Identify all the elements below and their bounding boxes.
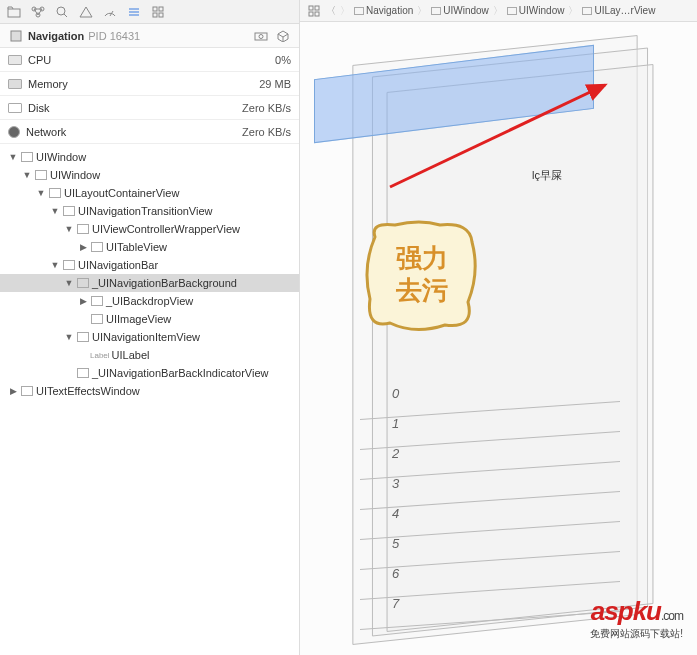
label-badge: Label (88, 351, 112, 360)
tree-item-label: _UINavigationBarBackground (92, 277, 237, 289)
app-icon (8, 28, 24, 44)
process-header: Navigation PID 16431 (0, 24, 299, 48)
tree-item[interactable]: UIImageView (0, 310, 299, 328)
camera-icon[interactable] (253, 28, 269, 44)
svg-rect-6 (159, 7, 163, 11)
tree-item[interactable]: ▼UILayoutContainerView (0, 184, 299, 202)
cpu-label: CPU (28, 54, 51, 66)
tree-item[interactable]: _UINavigationBarBackIndicatorView (0, 364, 299, 382)
tree-item[interactable]: ▶UITextEffectsWindow (0, 382, 299, 400)
cube-icon[interactable] (275, 28, 291, 44)
table-row-index: 7 (392, 596, 399, 611)
table-row-index: 1 (392, 416, 399, 431)
view-icon (49, 188, 61, 198)
network-label: Network (26, 126, 66, 138)
svg-rect-14 (309, 12, 313, 16)
cpu-value: 0% (275, 54, 291, 66)
svg-rect-7 (153, 13, 157, 17)
left-toolbar (0, 0, 299, 24)
tree-item[interactable]: ▼UIWindow (0, 148, 299, 166)
disclosure-triangle-icon[interactable]: ▼ (64, 224, 74, 234)
view-hierarchy-tree[interactable]: ▼UIWindow▼UIWindow▼UILayoutContainerView… (0, 144, 299, 655)
svg-rect-8 (159, 13, 163, 17)
disclosure-triangle-icon[interactable]: ▼ (50, 206, 60, 216)
disk-value: Zero KB/s (242, 102, 291, 114)
disk-row[interactable]: Disk Zero KB/s (0, 96, 299, 120)
disclosure-triangle-icon[interactable]: ▼ (50, 260, 60, 270)
disclosure-triangle-icon[interactable]: ▼ (8, 152, 18, 162)
disclosure-triangle-icon[interactable]: ▶ (8, 386, 18, 396)
cpu-icon (8, 55, 22, 65)
tree-item-label: _UINavigationBarBackIndicatorView (92, 367, 269, 379)
disclosure-triangle-icon[interactable]: ▼ (64, 332, 74, 342)
tree-item[interactable]: ▼UIWindow (0, 166, 299, 184)
tree-item-label: UILabel (112, 349, 150, 361)
right-panel: 〈 〉 Navigation〉 UIWindow〉 UIWindow〉 UILa… (300, 0, 697, 655)
watermark: aspku.com 免费网站源码下载站! (590, 596, 683, 641)
breadcrumb-item[interactable]: Navigation (354, 5, 413, 16)
svg-point-4 (57, 7, 65, 15)
tree-item-label: UIWindow (36, 151, 86, 163)
breadcrumb-bar: 〈 〉 Navigation〉 UIWindow〉 UIWindow〉 UILa… (300, 0, 697, 22)
cpu-row[interactable]: CPU 0% (0, 48, 299, 72)
tree-item[interactable]: ▼UINavigationBar (0, 256, 299, 274)
tree-item[interactable]: ▼UIViewControllerWrapperView (0, 220, 299, 238)
grid-icon[interactable] (150, 4, 166, 20)
tree-item-label: UIViewControllerWrapperView (92, 223, 240, 235)
tree-item[interactable]: ▼_UINavigationBarBackground (0, 274, 299, 292)
view-icon (77, 332, 89, 342)
tree-item-label: UITableView (106, 241, 167, 253)
view-icon (77, 224, 89, 234)
gauge-icon[interactable] (102, 4, 118, 20)
svg-rect-13 (315, 6, 319, 10)
tree-item-label: UINavigationBar (78, 259, 158, 271)
view-icon (35, 170, 47, 180)
svg-text:去污: 去污 (395, 275, 448, 305)
search-icon[interactable] (54, 4, 70, 20)
view-icon (91, 242, 103, 252)
warning-icon[interactable] (78, 4, 94, 20)
svg-rect-12 (309, 6, 313, 10)
disclosure-triangle-icon[interactable]: ▼ (22, 170, 32, 180)
memory-value: 29 MB (259, 78, 291, 90)
tree-item-label: UINavigationItemView (92, 331, 200, 343)
view-debugger-canvas[interactable]: lç早屎 强力 去污 01234567 (300, 22, 697, 655)
annotation-arrow-navbar (390, 77, 620, 199)
svg-text:强力: 强力 (396, 243, 448, 273)
view-icon (21, 152, 33, 162)
breadcrumb-item[interactable]: UIWindow (431, 5, 489, 16)
back-button[interactable]: 〈 (326, 4, 336, 18)
tree-item[interactable]: LabelUILabel (0, 346, 299, 364)
memory-icon (8, 79, 22, 89)
left-panel: Navigation PID 16431 CPU 0% Memory 29 MB… (0, 0, 300, 655)
nodes-icon[interactable] (30, 4, 46, 20)
tree-item[interactable]: ▼UINavigationTransitionView (0, 202, 299, 220)
view-icon (77, 368, 89, 378)
forward-button[interactable]: 〉 (340, 4, 350, 18)
network-icon (8, 126, 20, 138)
layers-icon[interactable] (126, 4, 142, 20)
related-icon[interactable] (306, 3, 322, 19)
folder-icon[interactable] (6, 4, 22, 20)
tree-item[interactable]: ▼UINavigationItemView (0, 328, 299, 346)
tree-item[interactable]: ▶_UIBackdropView (0, 292, 299, 310)
memory-row[interactable]: Memory 29 MB (0, 72, 299, 96)
disclosure-triangle-icon[interactable]: ▶ (78, 296, 88, 306)
breadcrumb-item[interactable]: UIWindow (507, 5, 565, 16)
tree-item-label: UITextEffectsWindow (36, 385, 140, 397)
svg-rect-5 (153, 7, 157, 11)
disclosure-triangle-icon[interactable]: ▼ (36, 188, 46, 198)
tree-item-label: _UIBackdropView (106, 295, 193, 307)
svg-point-11 (259, 35, 263, 39)
network-row[interactable]: Network Zero KB/s (0, 120, 299, 144)
disclosure-triangle-icon[interactable]: ▶ (78, 242, 88, 252)
tree-item[interactable]: ▶UITableView (0, 238, 299, 256)
tree-item-label: UILayoutContainerView (64, 187, 179, 199)
disclosure-triangle-icon[interactable]: ▼ (64, 278, 74, 288)
network-value: Zero KB/s (242, 126, 291, 138)
table-row-index: 6 (392, 566, 399, 581)
memory-label: Memory (28, 78, 68, 90)
breadcrumb-item[interactable]: UILay…rView (582, 5, 655, 16)
table-row-index: 5 (392, 536, 399, 551)
svg-rect-0 (8, 9, 20, 17)
